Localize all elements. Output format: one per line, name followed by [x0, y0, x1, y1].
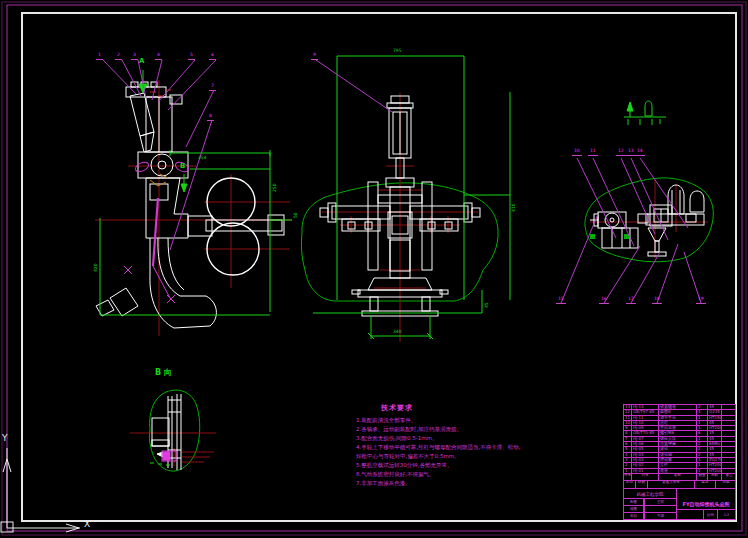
bom-cell: [721, 426, 736, 430]
part-balloon: 19: [696, 297, 706, 304]
right-view-green-marks: [590, 234, 629, 239]
bom-cell: HJ-05: [631, 447, 658, 451]
bom-cell: 1: [696, 469, 707, 473]
bom-cell: 5: [623, 447, 631, 451]
scale-label-cell: 比例: [703, 509, 718, 520]
part-balloon: 8: [207, 114, 214, 121]
bom-title-block: 13HJ-13锁紧螺母24512GB/T97-85垫圈84Q23511HJ-11…: [623, 404, 736, 520]
note-line: 3.配合面无损伤,间隙0.5-1mm。: [356, 435, 437, 442]
bom-cell: 45: [707, 453, 721, 457]
bom-cell: 1: [696, 416, 707, 420]
bom-cell: 螺钉M6: [658, 431, 696, 435]
bom-cell: 35: [707, 431, 721, 435]
part-balloon: 12: [616, 149, 626, 156]
bom-cell: 序号: [623, 474, 631, 480]
bom-cell: [721, 447, 736, 451]
bom-cell: 1: [696, 437, 707, 441]
bom-cell: 压紧弹簧: [658, 442, 696, 446]
bom-cell: 2: [696, 453, 707, 457]
bom-cell: 签字: [694, 481, 715, 488]
bom-cell: HJ-07: [631, 437, 658, 441]
bom-row: 5HJ-05滚轮245: [623, 446, 736, 451]
bom-row: 9HJ-09导向支座1HT200: [623, 425, 736, 430]
part-balloon: 3: [131, 53, 138, 60]
bom-cell: HJ-11: [631, 416, 658, 420]
bom-cell: HT200: [707, 469, 721, 473]
dimension-label: 340: [393, 330, 402, 335]
bom-cell: 2: [696, 447, 707, 451]
bom-cell: 45: [707, 437, 721, 441]
section-letter: A: [139, 58, 144, 65]
bom-cell: 摆动臂: [658, 458, 696, 462]
bom-cell: [721, 405, 736, 409]
bom-cell: 调节手轮: [658, 416, 696, 420]
dimension-label: 45: [485, 302, 490, 308]
bom-cell: 8: [623, 431, 631, 435]
bom-rows: 13HJ-13锁紧螺母24512GB/T97-85垫圈84Q23511HJ-11…: [623, 404, 735, 488]
part-balloon: 11: [588, 149, 598, 156]
bom-cell: [721, 437, 736, 441]
bom-cell: 1: [696, 421, 707, 425]
bom-cell: 备注: [721, 474, 736, 480]
technical-notes: 技术要求 1.装配前清洗全部零件。2.各轴承、运动副装配时,加注钙基润滑脂。3.…: [356, 401, 556, 493]
bom-cell: 1: [696, 463, 707, 467]
bom-cell: GB/T97-85: [631, 410, 658, 414]
bom-cell: 滚轮: [658, 447, 696, 451]
detail-view-green-ticks: [150, 463, 170, 465]
bom-cell: 滚轮轴: [658, 453, 696, 457]
bom-row: 8GB/T70-85螺钉M6635: [623, 430, 736, 435]
left-view-magenta-details: [124, 160, 190, 303]
bom-cell: 日期: [715, 481, 736, 488]
section-letter: B: [180, 163, 185, 170]
cad-drawing-canvas[interactable]: 1234567891011121314151617181935425042050…: [0, 0, 748, 538]
bom-cell: 6: [696, 431, 707, 435]
note-line: 6.气动系统密封良好,不得漏气。: [356, 471, 435, 478]
part-balloon: 9: [311, 53, 318, 60]
part-balloon: 4: [155, 53, 162, 60]
part-balloon: 18: [652, 297, 662, 304]
bom-cell: HJ-03: [631, 458, 658, 462]
bom-cell: 2: [623, 463, 631, 467]
part-balloon: 16: [599, 297, 609, 304]
note-line: 7.非加工面涂灰色漆。: [356, 480, 411, 487]
bom-cell: 1: [696, 458, 707, 462]
part-balloon: 6: [209, 53, 216, 60]
bom-cell: HT200: [707, 426, 721, 430]
bom-cell: 更改文件号: [647, 481, 694, 488]
left-view-outline: [96, 82, 284, 328]
bom-cell: 数量: [696, 474, 707, 480]
bom-cell: HJ-09: [631, 426, 658, 430]
bom-cell: [721, 416, 736, 420]
bom-cell: HJ-13: [631, 405, 658, 409]
bom-cell: 45: [707, 421, 721, 425]
bom-cell: 垫圈8: [658, 410, 696, 414]
dimension-label: 50: [294, 212, 299, 218]
bom-cell: 6: [623, 442, 631, 446]
bom-cell: 导向支座: [658, 426, 696, 430]
title-block-cell: 审核: [623, 512, 644, 520]
ucs-x-label: X: [84, 520, 90, 529]
bom-cell: HT200: [707, 463, 721, 467]
bom-cell: 45: [707, 447, 721, 451]
part-balloon: 14: [635, 149, 645, 156]
bom-cell: ZG270: [707, 458, 721, 462]
bom-cell: 4: [696, 410, 707, 414]
title-block-cell: 李强: [644, 512, 677, 520]
bom-row: 3HJ-03摆动臂1ZG270: [623, 457, 736, 462]
notes-title: 技术要求: [381, 403, 413, 413]
bom-cell: 处数: [635, 481, 647, 488]
bom-cell: HJ-01: [631, 469, 658, 473]
note-line: 1.装配前清洗全部零件。: [356, 417, 416, 424]
bom-cell: [721, 442, 736, 446]
part-balloon: 15: [556, 297, 566, 304]
bom-cell: Q235: [707, 410, 721, 414]
bom-cell: 焊枪夹块: [658, 437, 696, 441]
bom-cell: 2: [696, 442, 707, 446]
bom-cell: 立柱: [658, 463, 696, 467]
part-balloon: 1: [96, 53, 103, 60]
bom-cell: [721, 410, 736, 414]
bom-cell: 13: [623, 405, 631, 409]
part-balloon: 17: [626, 297, 636, 304]
right-view-section-mark: [624, 101, 666, 125]
bom-cell: 代号: [631, 474, 658, 480]
